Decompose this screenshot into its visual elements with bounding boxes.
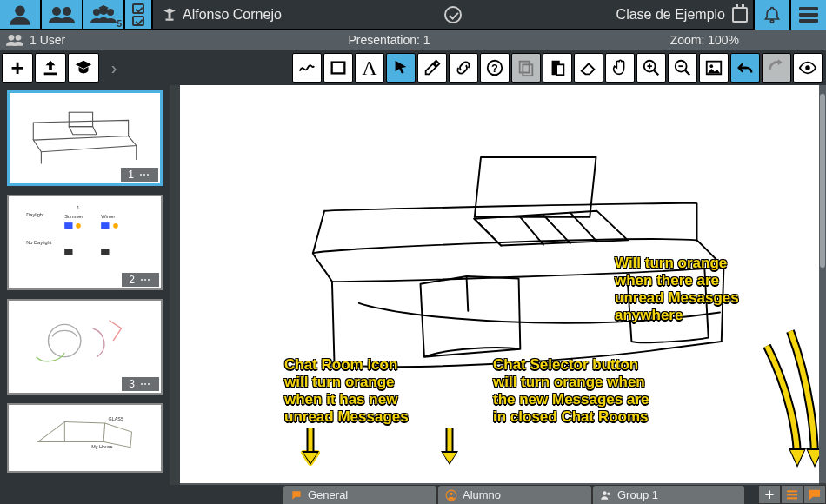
svg-point-27 [709, 64, 713, 68]
paste-tool[interactable] [543, 53, 572, 83]
canvas-drawing [232, 111, 793, 388]
mode-class-button[interactable]: 5 [83, 0, 125, 29]
zoom-label: Zoom: 100% [609, 33, 826, 47]
svg-text:?: ? [491, 62, 498, 75]
dots-icon: ⋯ [139, 169, 151, 181]
class-name-label: Clase de Ejemplo [616, 7, 725, 23]
pan-tool[interactable] [605, 53, 635, 83]
users-icon [600, 489, 612, 501]
svg-point-10 [16, 35, 22, 41]
svg-text:Winter: Winter [101, 214, 115, 219]
svg-point-41 [49, 324, 81, 356]
svg-rect-50 [787, 494, 797, 495]
svg-point-47 [603, 491, 607, 495]
chat-tab-label: Alumno [463, 488, 501, 501]
svg-point-2 [63, 7, 71, 16]
svg-rect-51 [787, 497, 797, 499]
check-icon [132, 3, 144, 14]
svg-rect-12 [332, 63, 345, 74]
svg-rect-49 [787, 490, 797, 492]
list-icon [785, 487, 799, 501]
image-tool[interactable] [699, 53, 729, 83]
svg-rect-18 [556, 64, 563, 75]
annotation-text: Chat Room icon will turn orange when it … [284, 356, 467, 426]
expand-chevron-icon[interactable]: › [101, 58, 127, 78]
copy-tool[interactable] [511, 53, 541, 83]
redo-tool[interactable] [762, 53, 791, 83]
svg-rect-44 [475, 157, 596, 217]
slide-thumbnail[interactable]: 3⋯ [7, 299, 163, 395]
check-circle-icon [444, 6, 462, 23]
text-tool[interactable]: A [355, 53, 384, 83]
notifications-button[interactable] [753, 0, 789, 30]
svg-rect-38 [101, 249, 109, 255]
svg-point-8 [770, 20, 773, 23]
mode-single-user-button[interactable] [0, 0, 42, 29]
svg-point-3 [93, 9, 100, 16]
zoom-in-tool[interactable] [636, 53, 666, 83]
current-user: Alfonso Cornejo [153, 0, 290, 29]
svg-rect-37 [64, 249, 72, 255]
svg-point-48 [607, 492, 610, 495]
mode-group-button[interactable] [42, 0, 83, 29]
slide-thumbnail[interactable]: DaylightNo Daylight1SummerWinter 2⋯ [7, 195, 163, 290]
preview-tool[interactable] [793, 53, 823, 83]
chat-selector-button[interactable] [781, 485, 803, 504]
arrow-icon [293, 424, 328, 476]
arrow-icon [780, 324, 819, 476]
chat-tab-general[interactable]: General [283, 485, 437, 504]
undo-tool[interactable] [730, 53, 760, 83]
chat-bar: General Alumno Group 1 + [170, 485, 826, 504]
help-tool[interactable]: ? [480, 53, 510, 83]
checkbox-column[interactable] [125, 0, 153, 29]
chat-bubble-icon [290, 489, 303, 501]
svg-point-5 [107, 9, 114, 16]
svg-rect-11 [44, 73, 57, 76]
pointer-tool[interactable] [386, 53, 416, 83]
user-count: 1 User [0, 33, 170, 47]
arrow-icon [432, 424, 467, 476]
svg-point-46 [450, 492, 453, 495]
whiteboard-canvas[interactable]: Chat Room icon will turn orange when it … [180, 85, 819, 483]
svg-point-0 [15, 5, 25, 16]
svg-point-9 [9, 35, 15, 41]
svg-rect-35 [64, 222, 72, 229]
user-name-label: Alfonso Cornejo [183, 7, 282, 23]
eyedropper-tool[interactable] [417, 53, 447, 83]
slide-thumbnail[interactable]: 1⋯ [7, 90, 163, 186]
dots-icon: ⋯ [140, 378, 152, 390]
hamburger-icon [799, 7, 818, 23]
svg-rect-29 [69, 112, 92, 126]
chat-global-button[interactable] [803, 485, 826, 504]
add-button[interactable]: + [2, 53, 33, 83]
vertical-scrollbar[interactable] [819, 85, 826, 483]
upload-button[interactable] [35, 53, 66, 83]
slide-thumbnails-panel: 1⋯ DaylightNo Daylight1SummerWinter 2⋯ 3… [0, 85, 170, 504]
mode-badge: 5 [117, 19, 122, 29]
svg-text:GLASS: GLASS [109, 416, 124, 421]
chat-tab-label: Group 1 [617, 488, 658, 501]
link-tool[interactable] [449, 53, 478, 83]
slide-thumbnail[interactable]: GLASSMy House [7, 403, 163, 473]
svg-point-28 [805, 65, 810, 70]
user-count-label: 1 User [30, 33, 65, 47]
main-menu-button[interactable] [789, 0, 826, 30]
zoom-out-tool[interactable] [668, 53, 697, 83]
rect-tool[interactable] [323, 53, 353, 83]
user-circle-icon [445, 489, 457, 501]
svg-line-24 [685, 70, 690, 76]
check-icon [132, 16, 144, 26]
eraser-tool[interactable] [574, 53, 603, 83]
svg-point-39 [76, 223, 81, 229]
svg-text:Summer: Summer [64, 214, 83, 219]
chat-tab-group1[interactable]: Group 1 [592, 485, 745, 504]
graduate-button[interactable] [68, 53, 99, 83]
chat-tab-label: General [308, 488, 348, 501]
svg-rect-36 [101, 222, 109, 229]
calendar-icon[interactable] [732, 7, 748, 23]
page-number: 1 [128, 169, 134, 181]
chat-add-button[interactable]: + [758, 485, 781, 504]
svg-text:No Daylight: No Daylight [26, 240, 51, 245]
chat-tab-alumno[interactable]: Alumno [437, 485, 592, 504]
freehand-tool[interactable] [292, 53, 322, 83]
